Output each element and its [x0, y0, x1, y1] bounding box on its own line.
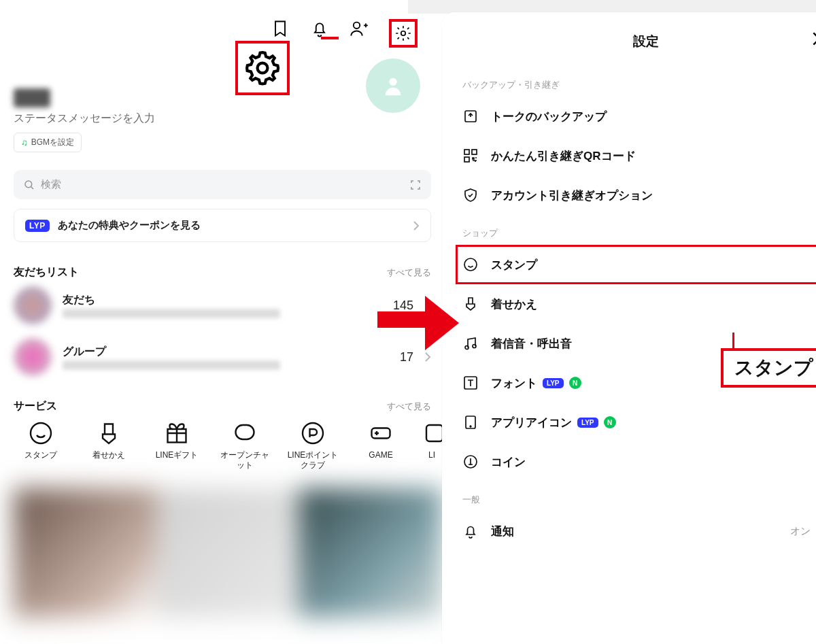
row-coin[interactable]: コイン	[456, 442, 816, 481]
bookmark-icon[interactable]	[271, 19, 290, 38]
service-label: LINEギフト	[150, 450, 204, 460]
settings-title: 設定	[633, 33, 659, 50]
stamp-callout: スタンプ	[721, 348, 816, 388]
avatar-blurred	[14, 286, 52, 324]
service-openchat[interactable]: オープンチャット	[218, 420, 272, 471]
close-icon[interactable]	[811, 30, 816, 48]
services-see-all[interactable]: すべて見る	[387, 401, 431, 413]
bell-icon[interactable]	[310, 19, 329, 38]
bgm-chip-label: BGMを設定	[31, 137, 74, 148]
chat-icon	[233, 421, 257, 445]
svg-rect-10	[426, 425, 442, 441]
friends-title: 友だちリスト	[14, 265, 79, 279]
service-pointclub[interactable]: LINEポイントクラブ	[286, 420, 340, 471]
friends-see-all[interactable]: すべて見る	[387, 267, 431, 279]
service-game[interactable]: GAME	[354, 420, 408, 471]
new-badge: N	[604, 416, 616, 428]
square-icon	[422, 421, 442, 445]
avatar[interactable]	[366, 58, 420, 113]
status-message[interactable]: ステータスメッセージを入力	[14, 112, 442, 126]
row-label: コイン	[491, 454, 811, 470]
top-icons	[14, 10, 442, 48]
row-name: グループ	[63, 345, 389, 359]
services-title: サービス	[14, 399, 57, 413]
row-value: オン	[790, 525, 811, 538]
annotation-connector	[321, 37, 339, 39]
smile-icon	[462, 256, 479, 273]
settings-header: 設定	[456, 27, 816, 67]
service-label: 着せかえ	[82, 450, 136, 460]
svg-point-4	[25, 181, 32, 188]
svg-rect-13	[472, 150, 477, 154]
content-cards-blurred	[14, 488, 442, 617]
bgm-chip[interactable]: ♫ BGMを設定	[14, 133, 82, 152]
search-bar[interactable]: 検索	[14, 170, 431, 199]
gear-highlight-box	[389, 19, 418, 48]
user-name-redacted	[14, 88, 50, 107]
gift-icon	[165, 421, 189, 445]
gear-icon[interactable]	[394, 24, 412, 42]
row-label: トークのバックアップ	[491, 109, 811, 124]
service-label: オープンチャット	[218, 450, 272, 471]
friends-section-header: 友だちリスト すべて見る	[14, 265, 431, 279]
coin-icon	[462, 454, 479, 470]
svg-rect-14	[464, 157, 469, 162]
row-talk-backup[interactable]: トークのバックアップ	[456, 97, 816, 136]
services-section-header: サービス すべて見る	[14, 399, 431, 413]
search-placeholder: 検索	[41, 178, 61, 191]
font-icon	[462, 375, 479, 391]
service-label: LINEポイントクラブ	[286, 450, 340, 471]
groups-row[interactable]: グループ 17	[14, 338, 431, 376]
scan-icon[interactable]	[409, 179, 422, 191]
svg-point-5	[31, 423, 51, 443]
row-qr-transfer[interactable]: かんたん引き継ぎQRコード	[456, 136, 816, 175]
row-account-transfer[interactable]: アカウント引き継ぎオプション	[456, 175, 816, 215]
service-label: スタンプ	[14, 450, 68, 460]
svg-rect-9	[372, 428, 390, 439]
service-cutoff[interactable]: LI	[422, 420, 442, 471]
service-label: LI	[422, 450, 442, 460]
service-theme[interactable]: 着せかえ	[82, 420, 136, 471]
row-theme[interactable]: 着せかえ	[456, 284, 816, 324]
chevron-right-icon	[413, 220, 420, 231]
row-subtitle-blurred	[63, 309, 280, 318]
gear-icon-large	[243, 49, 282, 87]
row-label: 着せかえ	[491, 296, 811, 312]
row-label: 通知	[491, 524, 778, 539]
lyp-banner-text: あなたの特典やクーポンを見る	[58, 219, 201, 231]
row-subtitle-blurred	[63, 360, 280, 370]
service-stamp[interactable]: スタンプ	[14, 420, 68, 471]
qr-icon	[462, 148, 479, 164]
svg-point-8	[303, 423, 323, 443]
brush-icon	[97, 421, 121, 445]
row-name: 友だち	[63, 293, 382, 307]
bell-icon	[462, 523, 479, 539]
appicon-icon	[462, 414, 479, 430]
add-friend-icon[interactable]	[350, 19, 369, 38]
new-badge: N	[569, 377, 581, 389]
svg-point-2	[258, 63, 268, 73]
row-appicon[interactable]: アプリアイコン LYP N	[456, 403, 816, 442]
row-stamp[interactable]: スタンプ	[456, 245, 816, 284]
settings-pane: 設定 バックアップ・引き継ぎ トークのバックアップ かんたん引き継ぎQRコード …	[442, 12, 816, 644]
shield-icon	[462, 187, 479, 203]
svg-point-17	[473, 345, 476, 348]
services-grid: スタンプ 着せかえ LINEギフト オープンチャット LINEポイントクラブ G…	[14, 420, 442, 471]
smile-icon	[29, 421, 53, 445]
music-icon	[462, 335, 479, 352]
svg-point-16	[465, 346, 469, 350]
brush-icon	[462, 296, 479, 312]
avatar-blurred	[14, 338, 52, 376]
row-label: アプリアイコン LYP N	[491, 415, 811, 430]
lyp-banner[interactable]: LYP あなたの特典やクーポンを見る	[14, 209, 431, 242]
friends-row[interactable]: 友だち 145	[14, 286, 431, 324]
lyp-mini-badge: LYP	[543, 378, 564, 388]
gamepad-icon	[369, 421, 393, 445]
svg-point-1	[401, 31, 406, 36]
search-icon	[23, 179, 35, 191]
row-notification[interactable]: 通知 オン	[456, 511, 816, 551]
section-backup-label: バックアップ・引き継ぎ	[456, 67, 816, 97]
section-general-label: 一般	[456, 481, 816, 511]
service-gift[interactable]: LINEギフト	[150, 420, 204, 471]
row-label: アカウント引き継ぎオプション	[491, 188, 811, 203]
